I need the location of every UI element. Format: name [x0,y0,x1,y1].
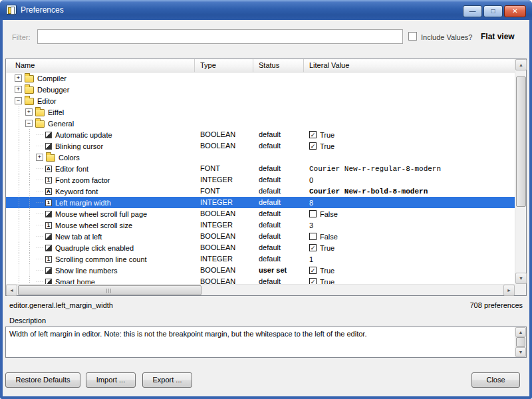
value-label: True [320,142,334,150]
expand-toggle-icon[interactable]: + [15,86,22,93]
description-scroll-up-button[interactable]: ▲ [515,327,526,337]
preference-name: Compiler [37,74,66,82]
tree-connector [35,231,45,242]
preference-row[interactable]: Show line numbersBOOLEANuser set✓True [6,265,515,276]
value-text: 1 [309,255,313,263]
type-cell: BOOLEAN [195,242,253,253]
minimize-button[interactable]: — [463,5,482,17]
description-scroll-down-button[interactable]: ▼ [515,347,526,357]
collapse-toggle-icon[interactable]: − [15,97,22,104]
flat-view-button[interactable]: Flat view [481,32,515,41]
preference-name: Editor font [55,165,88,173]
preference-row[interactable]: New tab at leftBOOLEANdefaultFalse [6,231,515,242]
description-scrollbar-thumb[interactable] [516,337,525,347]
value-checkbox[interactable]: ✓ [309,142,317,150]
preference-row[interactable]: +Compiler [6,72,515,84]
titlebar[interactable]: Preferences — □ ✕ [0,0,532,20]
tree-guide [14,265,25,276]
preference-row[interactable]: Blinking cursorBOOLEANdefault✓True [6,140,515,152]
preference-name: Automatic update [55,131,112,139]
tree-guide [14,276,25,284]
type-cell: FONT [195,186,253,197]
preference-row[interactable]: −General [6,118,515,129]
preferences-window: Preferences — □ ✕ Filter: Include Values… [0,0,532,399]
description-scrollbar[interactable]: ▲ ▼ [515,327,526,357]
column-header-type[interactable]: Type [195,59,253,72]
horizontal-scrollbar[interactable]: ◄ ► [6,284,515,295]
tree-guide [14,163,25,174]
scroll-left-button[interactable]: ◄ [6,285,17,296]
vertical-scrollbar-thumb[interactable] [516,76,526,207]
status-cell: default [253,242,304,253]
export-button[interactable]: Export ... [142,372,192,388]
value-checkbox[interactable]: ✓ [309,131,317,138]
preference-name: Blinking cursor [55,142,103,150]
value-checkbox[interactable]: ✓ [309,278,317,284]
scroll-up-button[interactable]: ▲ [515,59,527,70]
preference-row[interactable]: −Editor [6,95,515,106]
expand-toggle-icon[interactable]: + [36,154,43,161]
tree-connector [35,186,45,197]
close-button[interactable]: Close [471,372,520,388]
dialog-content: Filter: Include Values? Flat view Name T… [3,20,529,396]
include-values-checkbox[interactable] [408,32,417,41]
vertical-scrollbar[interactable]: ▲ ▼ [515,59,526,284]
preference-row[interactable]: 1Font zoom factorINTEGERdefault0 [6,174,515,186]
restore-defaults-button[interactable]: Restore Defaults [5,372,80,388]
type-cell: BOOLEAN [195,129,253,140]
tree-connector [35,163,45,174]
scroll-right-button[interactable]: ► [503,285,515,296]
tree-guide [25,242,35,253]
import-button[interactable]: Import ... [86,372,136,388]
scroll-up-icon: ▲ [519,330,523,334]
preference-row[interactable]: AKeyword fontFONTdefaultCourier New-r-bo… [6,186,515,197]
tree-connector [35,219,45,231]
window-controls: — □ ✕ [463,5,526,17]
maximize-button[interactable]: □ [483,5,503,17]
expand-toggle-icon[interactable]: + [15,74,22,82]
name-cell: Smart home [6,276,195,284]
tree-guide [25,197,35,208]
column-header-status[interactable]: Status [253,59,304,72]
preference-row[interactable]: AEditor fontFONTdefaultCourier New-r-reg… [6,163,515,174]
value-checkbox[interactable] [309,233,317,240]
preference-row[interactable]: +Colors [6,152,515,163]
scroll-down-button[interactable]: ▼ [515,273,527,284]
tree-connector [35,242,45,253]
tree-guide [25,265,35,276]
preference-row[interactable]: Automatic updateBOOLEANdefault✓True [6,129,515,140]
status-cell: default [253,219,304,231]
collapse-toggle-icon[interactable]: − [25,120,33,127]
preference-row[interactable]: 1Left margin widthINTEGERdefault8 [6,197,515,208]
preference-type-icon [45,233,52,240]
preference-row[interactable]: 1Scrolling common line countINTEGERdefau… [6,253,515,265]
column-header-name[interactable]: Name [6,59,195,72]
expand-toggle-icon[interactable]: + [25,108,33,116]
preference-row[interactable]: 1Mouse wheel scroll sizeINTEGERdefault3 [6,219,515,231]
folder-icon [35,109,45,116]
name-cell: AKeyword font [6,186,195,197]
preference-row[interactable]: Mouse wheel scroll full pageBOOLEANdefau… [6,208,515,219]
preference-name: Font zoom factor [55,176,110,184]
value-label: False [320,233,338,241]
close-window-button[interactable]: ✕ [504,5,526,17]
preference-type-icon: A [45,188,52,195]
preference-row[interactable]: +Debugger [6,84,515,95]
folder-icon [25,98,34,105]
horizontal-scrollbar-thumb[interactable] [18,285,201,295]
preference-row[interactable]: +Eiffel [6,106,515,118]
value-checkbox[interactable]: ✓ [309,244,317,251]
type-cell: INTEGER [195,253,253,265]
preference-row[interactable]: Quadruple click enabledBOOLEANdefault✓Tr… [6,242,515,253]
value-checkbox[interactable] [309,210,317,217]
tree-guide [25,152,35,163]
value-label: False [320,210,338,218]
name-cell: +Eiffel [6,106,195,118]
filter-input[interactable] [37,29,403,44]
close-icon: ✕ [512,7,517,15]
column-header-value[interactable]: Literal Value [304,59,515,72]
status-cell: default [253,231,304,242]
description-text: Width of left margin in editor. Note: th… [9,330,509,338]
value-checkbox[interactable]: ✓ [309,267,317,274]
preference-row[interactable]: Smart homeBOOLEANdefault✓True [6,276,515,284]
